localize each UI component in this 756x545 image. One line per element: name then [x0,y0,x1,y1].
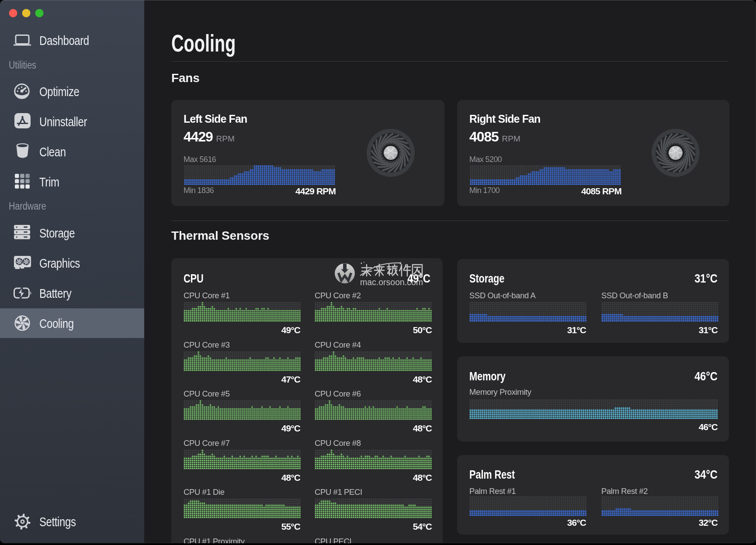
svg-text:mac.orsoon.com: mac.orsoon.com [360,277,423,287]
